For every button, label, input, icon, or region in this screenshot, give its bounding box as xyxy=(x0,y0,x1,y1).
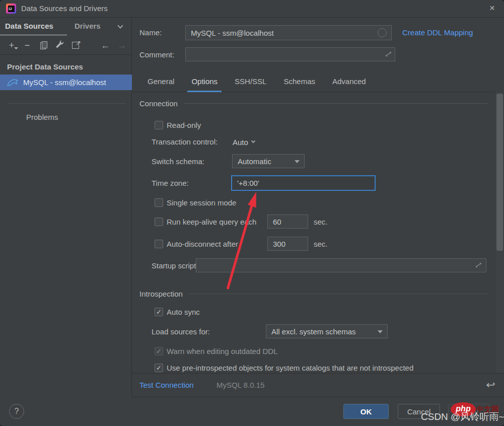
tab-general[interactable]: General xyxy=(143,73,178,92)
name-status-circle-icon xyxy=(378,28,387,37)
switch-schema-value: Automatic xyxy=(238,157,271,166)
csdn-watermark: CSDN @风铃听雨~ xyxy=(421,410,504,423)
add-button[interactable]: + xyxy=(6,40,17,51)
expand-icon[interactable]: ↗↙ xyxy=(475,262,482,268)
chevron-down-icon[interactable] xyxy=(251,139,255,143)
dropdown-arrow-icon xyxy=(295,160,300,163)
test-connection-link[interactable]: Test Connection xyxy=(139,381,194,389)
introspection-section-header: Introspection xyxy=(139,290,487,298)
data-sources-dialog: IJ Data Sources and Drivers × Data Sourc… xyxy=(0,0,504,426)
close-icon[interactable]: × xyxy=(489,3,495,14)
copy-icon xyxy=(40,41,47,49)
tab-options[interactable]: Options xyxy=(187,73,222,92)
pre-introspected-checkbox[interactable]: ✓ xyxy=(155,364,163,372)
left-panel: Data Sources Drivers + − ← → Project Dat… xyxy=(0,18,132,397)
database-version-text: MySQL 8.0.15 xyxy=(217,381,264,389)
show-in-explorer-button[interactable] xyxy=(70,40,81,51)
keep-alive-interval-input[interactable] xyxy=(267,215,308,229)
left-toolbar: + − ← → xyxy=(0,36,131,55)
datasource-label: MySQL - ssm@localhost xyxy=(23,78,106,87)
transaction-control-value[interactable]: Auto xyxy=(233,138,248,147)
auto-sync-checkbox[interactable]: ✓ xyxy=(155,308,163,316)
mysql-dolphin-icon xyxy=(7,79,18,87)
switch-schema-select[interactable]: Automatic xyxy=(232,154,305,168)
auto-disconnect-label: Auto-disconnect after xyxy=(167,240,238,248)
read-only-label: Read-only xyxy=(167,121,201,129)
tab-advanced[interactable]: Advanced xyxy=(328,73,370,92)
remove-button[interactable]: − xyxy=(22,40,33,51)
warn-outdated-label: Warn when editing outdated DDL xyxy=(167,347,277,356)
back-button[interactable]: ← xyxy=(100,40,111,51)
tab-schemas[interactable]: Schemas xyxy=(279,73,319,92)
export-icon xyxy=(72,42,79,49)
time-zone-label: Time zone: xyxy=(152,179,189,187)
transaction-control-label: Transaction control: xyxy=(152,137,218,146)
comment-input[interactable] xyxy=(185,47,395,61)
name-input[interactable] xyxy=(185,25,392,40)
connection-section-header: Connection xyxy=(139,99,487,108)
switch-schema-label: Switch schema: xyxy=(152,157,204,166)
options-panel: Connection ✓ Read-only Transaction contr… xyxy=(132,93,496,373)
auto-sync-label: Auto sync xyxy=(167,308,200,316)
tree-group-header: Project Data Sources xyxy=(7,62,83,71)
undo-icon[interactable]: ↩ xyxy=(486,379,495,391)
connection-section-title: Connection xyxy=(139,99,178,108)
dropdown-arrow-icon xyxy=(378,330,383,333)
startup-script-label: Startup script: xyxy=(152,261,198,270)
forward-button[interactable]: → xyxy=(116,40,127,51)
wrench-icon xyxy=(55,40,64,48)
comment-label: Comment: xyxy=(139,50,174,59)
window-title: Data Sources and Drivers xyxy=(21,4,108,13)
chevron-down-icon[interactable] xyxy=(117,23,123,28)
section-divider xyxy=(184,103,487,104)
read-only-checkbox[interactable]: ✓ xyxy=(155,121,163,129)
datasource-tree-item[interactable]: MySQL - ssm@localhost xyxy=(0,75,132,90)
tree-separator xyxy=(7,103,126,104)
intellij-logo-icon: IJ xyxy=(6,4,16,14)
ok-button[interactable]: OK xyxy=(343,404,389,419)
vertical-scrollbar[interactable] xyxy=(496,93,503,373)
expand-icon[interactable]: ↗↙ xyxy=(385,51,392,57)
keep-alive-label: Run keep-alive query each xyxy=(167,218,256,226)
main-tab-strip: General Options SSH/SSL Schemas Advanced xyxy=(132,73,496,92)
left-tab-strip: Data Sources Drivers xyxy=(0,18,131,36)
problems-item[interactable]: Problems xyxy=(26,113,58,121)
single-session-label: Single session mode xyxy=(167,198,236,207)
name-label: Name: xyxy=(139,28,162,37)
keep-alive-unit: sec. xyxy=(314,218,328,226)
load-sources-value: All excl. system schemas xyxy=(271,327,356,336)
single-session-checkbox[interactable]: ✓ xyxy=(155,198,163,207)
auto-disconnect-interval-input[interactable] xyxy=(267,237,308,251)
driver-properties-button[interactable] xyxy=(54,40,65,51)
status-bar: Test Connection MySQL 8.0.15 ↩ xyxy=(132,373,504,397)
auto-disconnect-unit: sec. xyxy=(314,240,328,248)
load-sources-label: Load sources for: xyxy=(152,327,210,336)
warn-outdated-checkbox[interactable]: ✓ xyxy=(155,347,163,356)
section-divider xyxy=(189,294,487,294)
startup-script-input[interactable] xyxy=(196,258,486,272)
load-sources-select[interactable]: All excl. system schemas xyxy=(266,324,388,338)
duplicate-button[interactable] xyxy=(38,40,49,51)
scrollbar-thumb[interactable] xyxy=(496,94,503,251)
help-button[interactable]: ? xyxy=(9,404,24,419)
tab-data-sources[interactable]: Data Sources xyxy=(5,22,53,30)
keep-alive-checkbox[interactable]: ✓ xyxy=(155,218,163,226)
tab-ssh-ssl[interactable]: SSH/SSL xyxy=(231,73,270,92)
title-bar: IJ Data Sources and Drivers × xyxy=(0,0,504,18)
introspection-section-title: Introspection xyxy=(139,290,183,298)
time-zone-input[interactable] xyxy=(231,175,376,191)
pre-introspected-label: Use pre-introspected objects for system … xyxy=(167,364,413,372)
auto-disconnect-checkbox[interactable]: ✓ xyxy=(155,240,163,248)
create-ddl-mapping-link[interactable]: Create DDL Mapping xyxy=(402,28,473,37)
tab-drivers[interactable]: Drivers xyxy=(75,22,101,30)
